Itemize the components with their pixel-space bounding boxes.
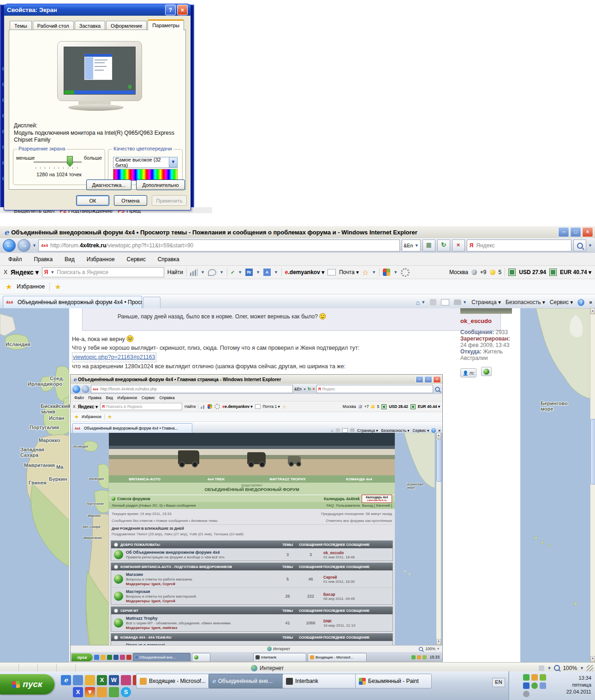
- eur-rate[interactable]: EUR 40.74 ▾: [560, 269, 591, 275]
- page-compatibility-button[interactable]: ▦: [422, 239, 435, 251]
- folder-quicklaunch-icon[interactable]: [85, 675, 95, 685]
- page-translate-icon[interactable]: А: [263, 269, 271, 276]
- search-button[interactable]: [573, 239, 586, 251]
- forum-row[interactable]: МагазинВопросы и ответы по работе магази…: [111, 570, 393, 587]
- nav-britanica[interactable]: BRITANICA-AUTO: [109, 477, 180, 481]
- user-menu[interactable]: e.demyankov ▾: [285, 269, 324, 275]
- topic-link[interactable]: viewtopic.php?p=21163#p21163: [72, 353, 156, 362]
- color-quality-select[interactable]: Самое высокое (32 бита) ▼: [113, 157, 178, 168]
- word-quicklaunch-icon[interactable]: W: [109, 675, 119, 685]
- favorites-button[interactable]: Избранное: [17, 283, 45, 290]
- calendar-link[interactable]: Календарь 4x4trek: [324, 497, 360, 501]
- filter-links[interactable]: Сообщения без ответов • Новые сообщения …: [112, 519, 217, 523]
- forum-row[interactable]: Об Объединенном внедорожном форуме 4x4Пр…: [111, 548, 393, 561]
- task-button-interbank[interactable]: Interbank: [282, 674, 358, 688]
- search-input[interactable]: Я Яндекс: [467, 239, 571, 251]
- task-button-mail[interactable]: Входящие - Microsof...: [136, 674, 212, 688]
- clock-quicklaunch-icon[interactable]: [97, 687, 107, 697]
- ok-button[interactable]: ОК: [76, 195, 109, 206]
- forum-row[interactable]: МастерскаяВопросы и ответы по работе мас…: [111, 587, 393, 604]
- back-button[interactable]: ←: [3, 239, 16, 252]
- menu-edit[interactable]: Правка: [34, 256, 53, 263]
- icq-tray-icon[interactable]: [531, 682, 538, 689]
- task-button-ie[interactable]: e Объединённый вне...: [208, 674, 285, 688]
- qip-tray-icon[interactable]: [540, 682, 546, 689]
- faq-link[interactable]: FAQ: [327, 503, 334, 508]
- messenger-quicklaunch-icon[interactable]: [73, 675, 83, 685]
- battery-quicklaunch-icon[interactable]: [109, 687, 119, 697]
- maximize-button[interactable]: □: [570, 227, 581, 237]
- download-quicklaunch-icon[interactable]: ▼: [85, 687, 95, 697]
- menu-favorites[interactable]: Избранное: [87, 256, 115, 263]
- spellcheck-icon[interactable]: ✓: [231, 269, 235, 275]
- photo-quicklaunch-icon[interactable]: [121, 675, 131, 685]
- forum-row[interactable]: Mattrazz TrophyВсё о серии МТ - объявлен…: [111, 614, 393, 631]
- read-mail-icon[interactable]: [441, 299, 449, 305]
- scroll-down-icon[interactable]: ▼: [590, 656, 595, 662]
- vertical-scrollbar[interactable]: ▲ ▼: [590, 308, 595, 662]
- ie-titlebar[interactable]: e Объединённый внедорожный форум 4x4 • П…: [0, 226, 595, 238]
- home-icon[interactable]: ⌂: [416, 299, 420, 306]
- dialog-titlebar[interactable]: Свойства: Экран ? ×: [4, 4, 190, 16]
- nav-4x4trek[interactable]: 4x4 TREK: [180, 477, 252, 481]
- usd-rate[interactable]: USD 27.94: [519, 269, 546, 275]
- pm-button[interactable]: 👤лс: [460, 368, 476, 377]
- nav-mattrazz[interactable]: MATTRAZZ TROPHY: [252, 477, 323, 481]
- scheduler-tray-icon[interactable]: [523, 691, 530, 697]
- close-button[interactable]: ×: [582, 227, 593, 237]
- tab-desktop[interactable]: Рабочий стол: [33, 21, 74, 30]
- apply-button[interactable]: Применить: [152, 195, 187, 206]
- add-favorite-icon[interactable]: ★: [54, 282, 61, 291]
- weather-city[interactable]: Москва: [449, 269, 468, 275]
- x-quicklaunch-icon[interactable]: X: [73, 687, 83, 697]
- chat-bubble-icon[interactable]: [208, 269, 216, 276]
- clock[interactable]: 13:34 пятница 22.04.2011: [566, 671, 595, 700]
- language-indicator[interactable]: EN: [492, 678, 505, 687]
- resolution-slider-track[interactable]: [34, 162, 82, 163]
- menu-tools[interactable]: Сервис: [127, 256, 146, 263]
- troubleshoot-button[interactable]: Диагностика...: [86, 179, 131, 190]
- traffic-bars-icon[interactable]: [190, 269, 197, 276]
- yandex-search-input[interactable]: Я▼ Поискать в Яндексе: [42, 267, 164, 277]
- chevron-down-icon[interactable]: ▼: [169, 157, 177, 168]
- refresh-button[interactable]: ↻: [437, 239, 450, 251]
- help-button[interactable]: ?: [165, 5, 176, 15]
- scrollbar-thumb[interactable]: [590, 419, 595, 485]
- zoom-level[interactable]: 100%: [563, 665, 577, 671]
- ie-quicklaunch-icon[interactable]: e: [61, 675, 71, 685]
- url-field[interactable]: 4x4 http://forum.4x4trek.ru/viewtopic.ph…: [38, 239, 400, 251]
- close-button[interactable]: ×: [177, 5, 188, 15]
- menu-file[interactable]: Файл: [8, 256, 22, 263]
- start-button[interactable]: пуск: [0, 674, 54, 694]
- service-menu[interactable]: Сервис ▾: [550, 299, 573, 305]
- translate-icon[interactable]: Яг: [245, 269, 253, 276]
- forum-row[interactable]: Призыв о помощи!Модератор: Сергей: [111, 641, 393, 645]
- mail-menu[interactable]: Почта ▾: [339, 269, 359, 275]
- resolution-slider-thumb[interactable]: [67, 156, 73, 167]
- scroll-up-icon[interactable]: ▲: [590, 308, 595, 314]
- skype-quicklaunch-icon[interactable]: S: [121, 687, 131, 697]
- chevron-more-icon[interactable]: »: [589, 299, 592, 305]
- task-button-paint[interactable]: Безымянный - Paint: [355, 674, 432, 688]
- resize-grip[interactable]: [587, 665, 593, 671]
- new-tab-stub[interactable]: [143, 297, 161, 308]
- lock-icon[interactable]: [539, 665, 544, 671]
- members-link[interactable]: Пользователи: [336, 503, 360, 508]
- cancel-button[interactable]: Отмена: [114, 195, 147, 206]
- layout-language-combo[interactable]: &En▼: [402, 239, 421, 251]
- shield-check-tray-icon[interactable]: [523, 674, 530, 681]
- page-menu[interactable]: Страница ▾: [471, 299, 501, 305]
- logout-link[interactable]: Выход [ Евгений ]: [362, 503, 392, 508]
- security-menu[interactable]: Безопасность ▾: [506, 299, 545, 305]
- stop-button[interactable]: ×: [452, 239, 465, 251]
- history-dropdown-icon[interactable]: ▼: [32, 243, 36, 248]
- mailru-agent-tray-icon[interactable]: [523, 682, 530, 689]
- mail-icon[interactable]: [327, 269, 336, 275]
- mark-read-link[interactable]: Отметить все форумы как прочтённые: [326, 519, 392, 523]
- tab-themes[interactable]: Темы: [10, 21, 32, 30]
- alarm-tray-icon[interactable]: [531, 674, 538, 681]
- gear-icon[interactable]: [401, 268, 410, 277]
- rss-icon[interactable]: [430, 299, 436, 305]
- website-button[interactable]: [481, 367, 492, 376]
- menu-view[interactable]: Вид: [65, 256, 75, 263]
